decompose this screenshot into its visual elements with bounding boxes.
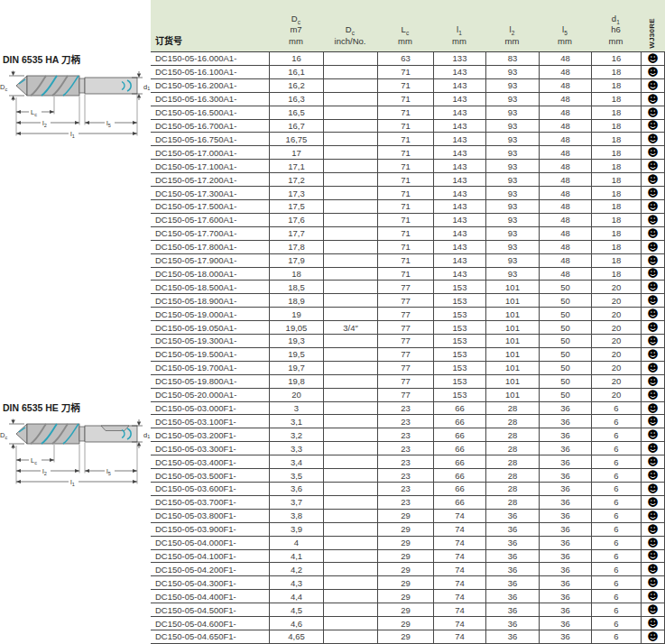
cell-l1: 143: [433, 79, 485, 92]
cell-dc-inch: [323, 389, 377, 401]
cell-grade-availability: ☻: [641, 428, 665, 441]
table-row: DC150-05-03.100F1-3,1236628366☻: [151, 415, 665, 428]
cell-dc-inch: [323, 510, 377, 522]
cell-l5: 36: [539, 483, 591, 495]
cell-l1: 74: [433, 510, 485, 522]
cell-dc-mm: 19,05: [269, 321, 323, 334]
cell-dc-mm: 19,8: [269, 375, 323, 388]
cell-dc-inch: [323, 52, 377, 65]
cell-d1: 6: [591, 590, 641, 603]
cell-dc-mm: 3: [269, 402, 323, 415]
cell-grade-availability: ☻: [641, 146, 665, 159]
dim-label-dc: Dc: [0, 431, 7, 440]
cell-grade-availability: ☻: [641, 200, 665, 213]
cell-l5: 48: [539, 214, 591, 226]
cell-lc: 71: [377, 227, 433, 240]
cell-order-number: DC150-05-04.200F1-: [151, 563, 269, 575]
grade-label: WJ30RE: [648, 18, 657, 49]
cell-dc-inch: [323, 146, 377, 159]
cell-lc: 23: [377, 455, 433, 468]
cell-l1: 143: [433, 241, 485, 253]
table-row: DC150-05-16.700A1-16,771143934818☻: [151, 120, 665, 133]
drill-diagram-ha: Dc d1 Lc l2: [0, 70, 152, 141]
cell-order-number: DC150-05-17.300A1-: [151, 187, 269, 199]
cell-order-number: DC150-05-17.500A1-: [151, 200, 269, 213]
cell-l5: 50: [539, 321, 591, 334]
cell-dc-mm: 3,1: [269, 415, 323, 428]
cell-grade-availability: ☻: [641, 106, 665, 119]
cell-d1: 18: [591, 160, 641, 172]
cell-dc-inch: [323, 348, 377, 361]
cell-dc-inch: [323, 187, 377, 199]
cell-l5: 48: [539, 227, 591, 240]
cell-grade-availability: ☻: [641, 93, 665, 106]
table-row: DC150-05-16.200A1-16,271143934818☻: [151, 79, 665, 93]
cell-lc: 71: [377, 146, 433, 159]
cell-d1: 18: [591, 173, 641, 186]
cell-l2: 93: [485, 146, 539, 159]
cell-lc: 71: [377, 106, 433, 119]
cell-dc-mm: 16,3: [269, 93, 323, 106]
cell-dc-inch: [323, 268, 377, 281]
cell-l2: 36: [485, 576, 539, 589]
cell-lc: 29: [377, 523, 433, 536]
cell-lc: 29: [377, 576, 433, 589]
cell-l1: 74: [433, 576, 485, 589]
cell-grade-availability: ☻: [641, 537, 665, 549]
cell-dc-inch: 3/4″: [323, 321, 377, 334]
table-row: DC150-05-03.800F1-3,8297436366☻: [151, 510, 665, 523]
availability-dot-icon: ☻: [647, 188, 659, 198]
availability-dot-icon: ☻: [647, 120, 659, 131]
cell-dc-mm: 4,65: [269, 630, 323, 643]
cell-l1: 143: [433, 160, 485, 172]
table-row: DC150-05-19.050A1-19,053/4″771531015020☻: [151, 321, 665, 335]
cell-d1: 6: [591, 496, 641, 509]
cell-order-number: DC150-05-03.500F1-: [151, 469, 269, 482]
dim-label-lc: Lc: [31, 456, 37, 465]
cell-dc-mm: 16,5: [269, 106, 323, 119]
cell-order-number: DC150-05-16.300A1-: [151, 93, 269, 106]
cell-d1: 6: [591, 563, 641, 575]
cell-d1: 16: [591, 52, 641, 65]
cell-l5: 36: [539, 523, 591, 536]
cell-l2: 36: [485, 603, 539, 616]
table-row: DC150-05-17.700A1-17,771143934818☻: [151, 227, 665, 241]
cell-l2: 101: [485, 348, 539, 361]
cell-lc: 23: [377, 469, 433, 482]
cell-grade-availability: ☻: [641, 550, 665, 563]
cell-l5: 48: [539, 133, 591, 145]
table-row: DC150-05-04.600F1-4,6297436366☻: [151, 617, 665, 630]
cell-lc: 23: [377, 496, 433, 509]
cell-l1: 143: [433, 268, 485, 281]
table-row: DC150-05-04.300F1-4,3297436366☻: [151, 576, 665, 590]
cell-l2: 101: [485, 389, 539, 401]
cell-l5: 36: [539, 469, 591, 482]
cell-d1: 20: [591, 362, 641, 374]
cell-grade-availability: ☻: [641, 227, 665, 240]
cell-order-number: DC150-05-04.400F1-: [151, 590, 269, 603]
section-label-din6535-ha: DIN 6535 HA 刀柄: [3, 52, 80, 66]
cell-d1: 20: [591, 321, 641, 334]
cell-order-number: DC150-05-03.200F1-: [151, 428, 269, 441]
table-row: DC150-05-16.750A1-16,7571143934818☻: [151, 133, 665, 146]
cell-grade-availability: ☻: [641, 133, 665, 145]
cell-dc-mm: 19,3: [269, 335, 323, 347]
cell-l1: 74: [433, 523, 485, 536]
cell-order-number: DC150-05-16.000A1-: [151, 52, 269, 65]
dim-label-l5: l5: [106, 119, 111, 128]
cell-l2: 36: [485, 537, 539, 549]
drill-tip: [16, 76, 27, 96]
availability-dot-icon: ☻: [647, 67, 659, 78]
cell-l1: 66: [433, 428, 485, 441]
cell-d1: 18: [591, 214, 641, 226]
cell-l1: 153: [433, 348, 485, 361]
data-table: 订货号 Dc m7 mm Dc inch/No. Lc mm l1 mm l2 …: [151, 0, 665, 644]
cell-lc: 29: [377, 630, 433, 643]
availability-dot-icon: ☻: [647, 511, 659, 521]
cell-d1: 20: [591, 294, 641, 307]
cell-dc-inch: [323, 79, 377, 92]
dim-label-d1: d1: [143, 431, 150, 440]
availability-dot-icon: ☻: [647, 94, 659, 105]
dim-label-l2: l2: [42, 467, 47, 476]
cell-dc-inch: [323, 455, 377, 468]
